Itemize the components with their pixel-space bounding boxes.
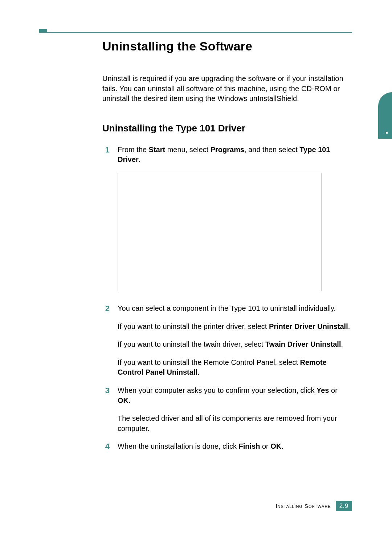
step-body: When your computer asks you to confirm y… (118, 386, 352, 433)
step-number: 1 (102, 145, 110, 296)
step-text: You can select a component in the Type 1… (118, 304, 352, 314)
text: . (128, 396, 131, 404)
step-text: When your computer asks you to confirm y… (118, 386, 352, 406)
step-3: 3 When your computer asks you to confirm… (102, 386, 352, 433)
bold-yes: Yes (317, 386, 329, 394)
bold-twain-uninstall: Twain Driver Uninstall (265, 340, 341, 348)
text: or (260, 442, 270, 450)
step-1: 1 From the Start menu, select Programs, … (102, 145, 352, 296)
text: If you want to uninstall the twain drive… (118, 340, 265, 348)
step-text: If you want to uninstall the printer dri… (118, 322, 352, 332)
text: . (197, 368, 200, 376)
bold-programs: Programs (211, 146, 244, 154)
step-number: 2 (102, 304, 110, 378)
text: . (348, 322, 350, 330)
step-body: You can select a component in the Type 1… (118, 304, 352, 378)
bold-start: Start (149, 146, 166, 154)
text: From the (118, 146, 149, 154)
text: When your computer asks you to confirm y… (118, 386, 317, 394)
bold-ok: OK (118, 396, 128, 404)
step-body: When the uninstallation is done, click F… (118, 441, 352, 452)
text: or (329, 386, 337, 394)
document-page: Uninstalling the Software Uninstall is r… (0, 0, 392, 554)
screenshot-placeholder (118, 173, 322, 291)
text: If you want to uninstall the Remote Cont… (118, 358, 300, 366)
text: , and then select (244, 146, 299, 154)
bold-printer-uninstall: Printer Driver Uninstall (269, 322, 348, 330)
content-area: Uninstalling the Software Uninstall is r… (102, 39, 352, 460)
step-body: From the Start menu, select Programs, an… (118, 145, 352, 296)
text: menu, select (165, 146, 211, 154)
step-2: 2 You can select a component in the Type… (102, 304, 352, 378)
step-text: From the Start menu, select Programs, an… (118, 145, 352, 165)
section-subtitle: Uninstalling the Type 101 Driver (102, 123, 352, 134)
footer-section-label: Installing Software (275, 503, 334, 509)
footer-page-number: 2.9 (336, 501, 352, 511)
section-side-tab (378, 92, 392, 139)
page-title: Uninstalling the Software (102, 39, 352, 53)
step-text: The selected driver and all of its compo… (118, 414, 352, 433)
step-number: 4 (102, 441, 110, 452)
text: When the uninstallation is done, click (118, 442, 239, 450)
footer: Installing Software 2.9 (0, 501, 352, 511)
intro-paragraph: Uninstall is required if you are upgradi… (102, 74, 352, 104)
step-text: When the uninstallation is done, click F… (118, 441, 352, 452)
step-text: If you want to uninstall the twain drive… (118, 339, 352, 350)
text: If you want to uninstall the printer dri… (118, 322, 269, 330)
step-text: If you want to uninstall the Remote Cont… (118, 358, 352, 378)
side-tab-marker (386, 132, 388, 134)
text: . (139, 155, 141, 163)
bold-ok: OK (270, 442, 281, 450)
header-rule (39, 32, 352, 33)
text: . (341, 340, 343, 348)
bold-finish: Finish (239, 442, 260, 450)
text: . (281, 442, 283, 450)
step-4: 4 When the uninstallation is done, click… (102, 441, 352, 452)
step-number: 3 (102, 386, 110, 433)
